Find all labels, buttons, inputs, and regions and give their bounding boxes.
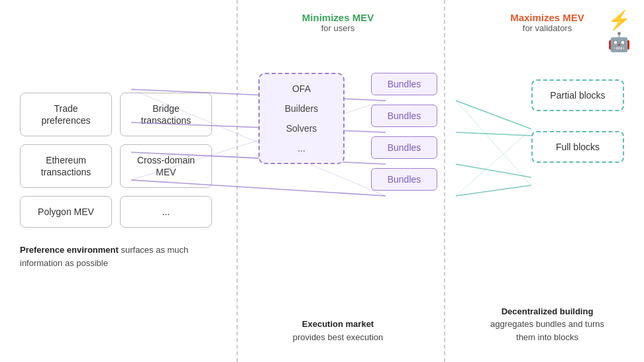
full-blocks-box: Full blocks <box>531 131 624 163</box>
execution-market-bold: Execution market <box>302 319 374 329</box>
ofa-item-3: ... <box>272 140 331 156</box>
trade-pref-box: Trade preferences <box>20 93 112 136</box>
diagram-container: Trade preferences Bridge transactions Et… <box>0 0 644 362</box>
trade-pref-label: Trade preferences <box>42 103 91 126</box>
left-caption: Preference environment surfaces as much … <box>20 244 212 269</box>
ofa-container: OFA Builders Solvers ... <box>258 73 345 164</box>
bundles-container: Bundles Bundles Bundles Bundles <box>371 73 437 191</box>
right-boxes: Partial blocks Full blocks <box>531 79 624 163</box>
polygon-mev-box: Polygon MEV <box>20 196 112 228</box>
middle-header: Minimizes MEV for users <box>302 0 374 33</box>
maximizes-label: Maximizes MEV <box>510 12 584 23</box>
eth-trans-label: Ethereum transactions <box>41 155 91 177</box>
cross-domain-label: Cross-domain MEV <box>137 155 195 177</box>
eth-trans-box: Ethereum transactions <box>20 144 112 188</box>
decentralized-building-bold: Decentralized building <box>502 306 594 316</box>
cross-domain-box: Cross-domain MEV <box>120 144 212 188</box>
ofa-item-2: Solvers <box>272 120 331 136</box>
middle-caption-rest: provides best execution <box>293 332 384 342</box>
for-validators-label: for validators <box>510 23 584 33</box>
middle-caption: Execution market provides best execution <box>293 318 384 343</box>
right-caption: Decentralized building aggregates bundle… <box>484 305 611 344</box>
partial-blocks-box: Partial blocks <box>531 79 624 111</box>
minimizes-label: Minimizes MEV <box>302 12 374 23</box>
preference-env-bold: Preference environment <box>20 245 119 255</box>
bundle-2: Bundles <box>371 136 437 159</box>
left-section: Trade preferences Bridge transactions Et… <box>0 0 225 362</box>
bridge-trans-box: Bridge transactions <box>120 93 212 136</box>
robot-icon: ⚡🤖 <box>606 9 632 36</box>
top-grid: Trade preferences Bridge transactions Et… <box>20 93 212 189</box>
bundle-1: Bundles <box>371 105 437 127</box>
bridge-trans-label: Bridge transactions <box>141 103 191 126</box>
right-section: ⚡🤖 Maximizes MEV for validators Partial … <box>451 0 644 362</box>
ellipsis-box: ... <box>120 196 212 228</box>
polygon-mev-label: Polygon MEV <box>38 206 94 217</box>
bundle-3: Bundles <box>371 168 437 191</box>
ofa-item-1: Builders <box>272 101 331 116</box>
right-header: Maximizes MEV for validators <box>510 0 584 33</box>
bundle-0: Bundles <box>371 73 437 95</box>
right-caption-rest: aggregates bundles and turnsthem into bl… <box>490 319 604 342</box>
middle-section: Minimizes MEV for users OFA Builders Sol… <box>225 0 451 362</box>
for-users-label: for users <box>302 23 374 33</box>
bottom-grid: Polygon MEV ... <box>20 196 212 228</box>
ofa-item-0: OFA <box>272 81 331 97</box>
ellipsis-label: ... <box>162 206 170 217</box>
